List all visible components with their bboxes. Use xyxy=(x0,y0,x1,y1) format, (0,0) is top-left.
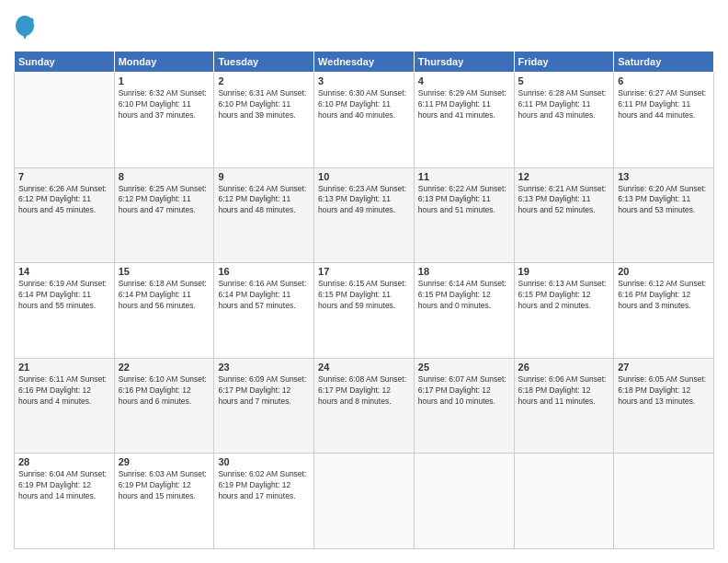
weekday-header-row: SundayMondayTuesdayWednesdayThursdayFrid… xyxy=(15,52,714,73)
cell-info: Sunrise: 6:19 AM Sunset: 6:14 PM Dayligh… xyxy=(18,279,110,312)
day-number: 29 xyxy=(119,456,210,467)
day-number: 1 xyxy=(119,75,210,86)
day-number: 6 xyxy=(618,75,710,86)
cell-info: Sunrise: 6:15 AM Sunset: 6:15 PM Dayligh… xyxy=(318,279,410,312)
day-number: 20 xyxy=(618,266,710,277)
cell-info: Sunrise: 6:03 AM Sunset: 6:19 PM Dayligh… xyxy=(119,469,210,502)
calendar-cell: 15Sunrise: 6:18 AM Sunset: 6:14 PM Dayli… xyxy=(114,263,214,359)
cell-info: Sunrise: 6:04 AM Sunset: 6:19 PM Dayligh… xyxy=(18,469,110,502)
day-number: 24 xyxy=(318,362,410,373)
calendar-cell: 21Sunrise: 6:11 AM Sunset: 6:16 PM Dayli… xyxy=(15,358,115,454)
cell-info: Sunrise: 6:23 AM Sunset: 6:13 PM Dayligh… xyxy=(318,184,410,217)
weekday-header-thursday: Thursday xyxy=(414,52,514,73)
cell-info: Sunrise: 6:06 AM Sunset: 6:18 PM Dayligh… xyxy=(518,374,610,408)
cell-info: Sunrise: 6:20 AM Sunset: 6:13 PM Dayligh… xyxy=(618,184,710,217)
cell-info: Sunrise: 6:24 AM Sunset: 6:12 PM Dayligh… xyxy=(218,184,310,217)
logo-icon xyxy=(14,14,36,41)
calendar-cell: 8Sunrise: 6:25 AM Sunset: 6:12 PM Daylig… xyxy=(114,167,214,263)
calendar-cell: 7Sunrise: 6:26 AM Sunset: 6:12 PM Daylig… xyxy=(15,167,115,263)
day-number: 15 xyxy=(119,266,210,277)
cell-info: Sunrise: 6:18 AM Sunset: 6:14 PM Dayligh… xyxy=(119,279,210,312)
calendar-cell: 25Sunrise: 6:07 AM Sunset: 6:17 PM Dayli… xyxy=(414,358,514,454)
calendar-cell: 13Sunrise: 6:20 AM Sunset: 6:13 PM Dayli… xyxy=(614,167,714,263)
calendar-cell: 5Sunrise: 6:28 AM Sunset: 6:11 PM Daylig… xyxy=(514,73,614,168)
day-number: 13 xyxy=(618,171,710,182)
calendar-cell: 30Sunrise: 6:02 AM Sunset: 6:19 PM Dayli… xyxy=(214,454,314,549)
day-number: 14 xyxy=(18,266,110,277)
day-number: 28 xyxy=(18,456,110,467)
day-number: 25 xyxy=(418,362,510,373)
calendar-cell: 4Sunrise: 6:29 AM Sunset: 6:11 PM Daylig… xyxy=(414,73,514,168)
cell-info: Sunrise: 6:13 AM Sunset: 6:15 PM Dayligh… xyxy=(518,279,610,312)
cell-info: Sunrise: 6:14 AM Sunset: 6:15 PM Dayligh… xyxy=(418,279,510,312)
cell-info: Sunrise: 6:07 AM Sunset: 6:17 PM Dayligh… xyxy=(418,374,510,408)
cell-info: Sunrise: 6:26 AM Sunset: 6:12 PM Dayligh… xyxy=(18,184,110,217)
cell-info: Sunrise: 6:02 AM Sunset: 6:19 PM Dayligh… xyxy=(218,469,310,502)
day-number: 7 xyxy=(18,171,110,182)
cell-info: Sunrise: 6:21 AM Sunset: 6:13 PM Dayligh… xyxy=(518,184,610,217)
cell-info: Sunrise: 6:08 AM Sunset: 6:17 PM Dayligh… xyxy=(318,374,410,408)
day-number: 10 xyxy=(318,171,410,182)
calendar-cell: 16Sunrise: 6:16 AM Sunset: 6:14 PM Dayli… xyxy=(214,263,314,359)
calendar-week-row: 7Sunrise: 6:26 AM Sunset: 6:12 PM Daylig… xyxy=(15,167,714,263)
calendar-cell: 6Sunrise: 6:27 AM Sunset: 6:11 PM Daylig… xyxy=(614,73,714,168)
day-number: 21 xyxy=(18,362,110,373)
cell-info: Sunrise: 6:29 AM Sunset: 6:11 PM Dayligh… xyxy=(418,88,510,121)
calendar-cell xyxy=(314,454,415,549)
calendar-cell: 20Sunrise: 6:12 AM Sunset: 6:16 PM Dayli… xyxy=(614,263,714,359)
cell-info: Sunrise: 6:28 AM Sunset: 6:11 PM Dayligh… xyxy=(518,88,610,121)
calendar-cell xyxy=(414,454,514,549)
day-number: 8 xyxy=(119,171,210,182)
calendar-cell: 27Sunrise: 6:05 AM Sunset: 6:18 PM Dayli… xyxy=(614,358,714,454)
calendar-week-row: 1Sunrise: 6:32 AM Sunset: 6:10 PM Daylig… xyxy=(15,73,714,168)
cell-info: Sunrise: 6:09 AM Sunset: 6:17 PM Dayligh… xyxy=(218,374,310,408)
day-number: 18 xyxy=(418,266,510,277)
day-number: 3 xyxy=(318,75,410,86)
day-number: 30 xyxy=(218,456,310,467)
day-number: 16 xyxy=(218,266,310,277)
page: SundayMondayTuesdayWednesdayThursdayFrid… xyxy=(0,0,728,563)
cell-info: Sunrise: 6:22 AM Sunset: 6:13 PM Dayligh… xyxy=(418,184,510,217)
calendar-week-row: 14Sunrise: 6:19 AM Sunset: 6:14 PM Dayli… xyxy=(15,263,714,359)
cell-info: Sunrise: 6:12 AM Sunset: 6:16 PM Dayligh… xyxy=(618,279,710,312)
calendar-cell: 18Sunrise: 6:14 AM Sunset: 6:15 PM Dayli… xyxy=(414,263,514,359)
header xyxy=(14,14,714,41)
day-number: 17 xyxy=(318,266,410,277)
calendar-cell: 28Sunrise: 6:04 AM Sunset: 6:19 PM Dayli… xyxy=(15,454,115,549)
cell-info: Sunrise: 6:31 AM Sunset: 6:10 PM Dayligh… xyxy=(218,88,310,121)
day-number: 27 xyxy=(618,362,710,373)
calendar-table: SundayMondayTuesdayWednesdayThursdayFrid… xyxy=(14,51,714,549)
weekday-header-sunday: Sunday xyxy=(15,52,115,73)
day-number: 9 xyxy=(218,171,310,182)
cell-info: Sunrise: 6:25 AM Sunset: 6:12 PM Dayligh… xyxy=(119,184,210,217)
day-number: 5 xyxy=(518,75,610,86)
day-number: 11 xyxy=(418,171,510,182)
calendar-cell: 23Sunrise: 6:09 AM Sunset: 6:17 PM Dayli… xyxy=(214,358,314,454)
calendar-cell xyxy=(614,454,714,549)
day-number: 22 xyxy=(119,362,210,373)
weekday-header-monday: Monday xyxy=(114,52,214,73)
calendar-week-row: 28Sunrise: 6:04 AM Sunset: 6:19 PM Dayli… xyxy=(15,454,714,549)
cell-info: Sunrise: 6:32 AM Sunset: 6:10 PM Dayligh… xyxy=(119,88,210,121)
calendar-week-row: 21Sunrise: 6:11 AM Sunset: 6:16 PM Dayli… xyxy=(15,358,714,454)
calendar-cell: 29Sunrise: 6:03 AM Sunset: 6:19 PM Dayli… xyxy=(114,454,214,549)
calendar-cell: 3Sunrise: 6:30 AM Sunset: 6:10 PM Daylig… xyxy=(314,73,415,168)
calendar-cell: 14Sunrise: 6:19 AM Sunset: 6:14 PM Dayli… xyxy=(15,263,115,359)
calendar-cell: 12Sunrise: 6:21 AM Sunset: 6:13 PM Dayli… xyxy=(514,167,614,263)
cell-info: Sunrise: 6:10 AM Sunset: 6:16 PM Dayligh… xyxy=(119,374,210,408)
day-number: 12 xyxy=(518,171,610,182)
calendar-cell: 17Sunrise: 6:15 AM Sunset: 6:15 PM Dayli… xyxy=(314,263,415,359)
weekday-header-saturday: Saturday xyxy=(614,52,714,73)
cell-info: Sunrise: 6:05 AM Sunset: 6:18 PM Dayligh… xyxy=(618,374,710,408)
cell-info: Sunrise: 6:11 AM Sunset: 6:16 PM Dayligh… xyxy=(18,374,110,408)
day-number: 26 xyxy=(518,362,610,373)
cell-info: Sunrise: 6:16 AM Sunset: 6:14 PM Dayligh… xyxy=(218,279,310,312)
logo xyxy=(14,14,40,41)
calendar-cell xyxy=(514,454,614,549)
cell-info: Sunrise: 6:27 AM Sunset: 6:11 PM Dayligh… xyxy=(618,88,710,121)
calendar-cell: 11Sunrise: 6:22 AM Sunset: 6:13 PM Dayli… xyxy=(414,167,514,263)
day-number: 23 xyxy=(218,362,310,373)
calendar-cell: 2Sunrise: 6:31 AM Sunset: 6:10 PM Daylig… xyxy=(214,73,314,168)
calendar-cell: 10Sunrise: 6:23 AM Sunset: 6:13 PM Dayli… xyxy=(314,167,415,263)
day-number: 4 xyxy=(418,75,510,86)
